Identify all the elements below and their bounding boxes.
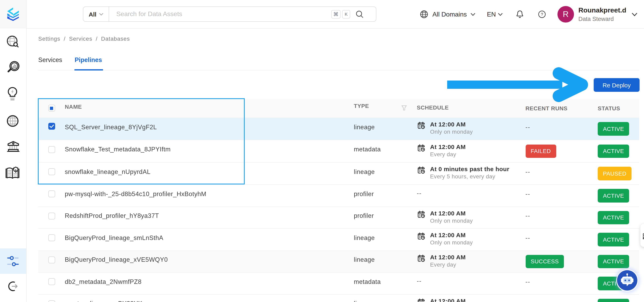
svg-text:?: ? (541, 12, 543, 16)
